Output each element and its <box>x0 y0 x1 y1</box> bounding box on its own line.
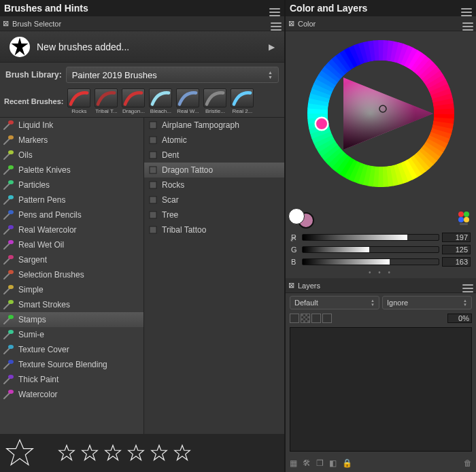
category-item[interactable]: Real Wet Oil <box>0 237 143 252</box>
g-label: G <box>291 246 299 254</box>
b-slider[interactable] <box>302 258 439 265</box>
g-slider[interactable] <box>302 246 439 253</box>
category-item[interactable]: Oils <box>0 148 143 163</box>
layer-effects-icon[interactable]: ▦ <box>290 458 297 468</box>
layer-mask-icon[interactable] <box>322 314 332 323</box>
dab-large-icon <box>4 437 35 469</box>
new-layer-icon[interactable]: ❐ <box>316 458 324 468</box>
category-item[interactable]: Simple <box>0 282 143 297</box>
color-layers-menu-icon[interactable] <box>461 1 472 16</box>
svg-marker-29 <box>59 445 74 460</box>
color-menu-icon[interactable] <box>462 17 473 31</box>
variant-item[interactable]: Dent <box>144 148 284 163</box>
variant-item[interactable]: Scar <box>144 192 284 207</box>
brush-category-icon <box>3 224 15 235</box>
b-value[interactable]: 163 <box>442 257 471 267</box>
r-slider-row[interactable]: R 197 <box>291 231 471 243</box>
close-icon[interactable]: ⊠ <box>3 19 9 28</box>
mask-mode-select[interactable]: Ignore ▲▼ <box>382 296 472 309</box>
lock-icon[interactable]: 🔒 <box>342 458 352 468</box>
promo-text: New brushes added... <box>37 41 129 52</box>
trash-icon[interactable]: 🗑 <box>464 458 472 468</box>
layer-list[interactable] <box>290 327 472 452</box>
brush-library-value: Painter 2019 Brushes <box>72 70 157 80</box>
category-item[interactable]: Thick Paint <box>0 372 143 387</box>
lock-transparency-icon[interactable] <box>290 314 299 323</box>
category-item[interactable]: Sumi-e <box>0 327 143 342</box>
svg-marker-34 <box>175 445 190 460</box>
layer-adjust-icon[interactable]: 🛠 <box>303 458 311 468</box>
category-item[interactable]: Pattern Pens <box>0 192 143 207</box>
recent-brush-item[interactable]: Tribal T... <box>93 88 119 114</box>
svg-rect-26 <box>150 212 156 218</box>
layer-option-icons[interactable] <box>290 314 332 323</box>
category-label: Thick Paint <box>18 375 58 384</box>
brush-category-icon <box>3 239 15 250</box>
variant-item[interactable]: Tribal Tattoo <box>144 222 284 237</box>
variant-item[interactable]: Dragon Tattoo <box>144 163 284 178</box>
color-wheel-area[interactable]: ⤢ <box>286 31 476 230</box>
dab-small-icon <box>126 443 146 462</box>
promo-banner[interactable]: New brushes added... ▶ <box>0 31 284 63</box>
blend-mode-select[interactable]: Default ▲▼ <box>290 296 379 309</box>
category-item[interactable]: Markers <box>0 133 143 148</box>
preserve-transparency-icon[interactable] <box>301 314 310 323</box>
svg-point-17 <box>8 360 14 364</box>
category-item[interactable]: Pens and Pencils <box>0 207 143 222</box>
close-icon[interactable]: ⊠ <box>288 281 294 290</box>
color-harmony-icon[interactable] <box>456 209 472 226</box>
category-item[interactable]: Stamps <box>0 312 143 327</box>
category-item[interactable]: Sargent <box>0 252 143 267</box>
variant-item[interactable]: Atomic <box>144 133 284 148</box>
category-item[interactable]: Texture Cover <box>0 342 143 357</box>
brush-library-select[interactable]: Painter 2019 Brushes ▲▼ <box>66 67 279 83</box>
category-label: Pens and Pencils <box>18 210 82 220</box>
variant-item[interactable]: Airplane Tampograph <box>144 118 284 133</box>
opacity-value[interactable]: 0% <box>447 314 472 323</box>
recent-brush-item[interactable]: Real W... <box>175 88 201 114</box>
layers-area: Default ▲▼ Ignore ▲▼ 0% ▦ 🛠 ❐ ◧ 🔒 🗑 <box>286 293 476 472</box>
pick-underlying-icon[interactable] <box>311 314 321 323</box>
recent-brush-item[interactable]: Bristle... <box>202 88 228 114</box>
category-item[interactable]: Real Watercolor <box>0 222 143 237</box>
variant-icon <box>148 150 158 160</box>
variant-list[interactable]: Airplane TampographAtomicDentDragon Tatt… <box>144 118 284 434</box>
layer-mask-new-icon[interactable]: ◧ <box>329 458 337 468</box>
recent-brush-item[interactable]: Dragon... <box>120 88 146 114</box>
expand-dots-icon[interactable]: • • • <box>291 268 471 277</box>
category-label: Liquid Ink <box>18 120 53 130</box>
category-item[interactable]: Particles <box>0 178 143 192</box>
color-swatches[interactable] <box>288 208 314 229</box>
category-item[interactable]: Smart Strokes <box>0 297 143 312</box>
variant-item[interactable]: Rocks <box>144 178 284 192</box>
category-item[interactable]: Liquid Ink <box>0 118 143 133</box>
brushes-menu-icon[interactable] <box>269 1 280 16</box>
brush-selector-menu-icon[interactable] <box>271 17 282 31</box>
svg-point-18 <box>8 375 14 379</box>
play-icon[interactable]: ▶ <box>269 42 275 52</box>
category-list[interactable]: Liquid InkMarkersOilsPalette KnivesParti… <box>0 118 144 434</box>
close-icon[interactable]: ⊠ <box>288 19 294 28</box>
category-item[interactable]: Watercolor <box>0 387 143 402</box>
category-item[interactable]: Palette Knives <box>0 163 143 178</box>
category-label: Real Wet Oil <box>18 240 64 250</box>
r-value[interactable]: 197 <box>442 233 471 242</box>
category-item[interactable]: Texture Source Blending <box>0 357 143 372</box>
variant-icon <box>148 120 158 130</box>
category-item[interactable]: Selection Brushes <box>0 267 143 282</box>
variant-label: Scar <box>162 195 179 205</box>
layers-menu-icon[interactable] <box>462 279 473 292</box>
secondary-color-swatch[interactable] <box>288 208 305 224</box>
svg-marker-31 <box>105 445 120 460</box>
b-slider-row[interactable]: B 163 <box>291 256 471 268</box>
recent-brush-item[interactable]: Rocks <box>66 88 92 114</box>
g-slider-row[interactable]: G 125 <box>291 243 471 256</box>
recent-brush-item[interactable]: Real 2... <box>229 88 255 114</box>
variant-item[interactable]: Tree <box>144 207 284 222</box>
recent-brush-item[interactable]: Bleach... <box>148 88 173 114</box>
svg-rect-22 <box>150 152 156 158</box>
clone-color-icon[interactable]: ⤢ <box>290 234 296 243</box>
g-value[interactable]: 125 <box>442 245 471 254</box>
r-slider[interactable] <box>302 234 439 241</box>
svg-point-11 <box>8 270 14 274</box>
